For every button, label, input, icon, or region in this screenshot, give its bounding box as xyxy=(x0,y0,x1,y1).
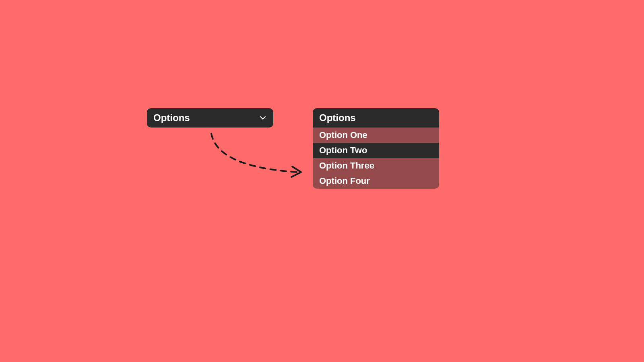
dropdown-option[interactable]: Option Four xyxy=(313,173,439,189)
dropdown-closed[interactable]: Options xyxy=(147,108,273,128)
dropdown-option[interactable]: Option Two xyxy=(313,143,439,158)
dropdown-open-header[interactable]: Options xyxy=(313,108,439,128)
dropdown-option[interactable]: Option One xyxy=(313,128,439,143)
dropdown-option[interactable]: Option Three xyxy=(313,158,439,173)
dropdown-options-list: Option One Option Two Option Three Optio… xyxy=(313,128,439,189)
dropdown-closed-label: Options xyxy=(153,112,190,123)
chevron-down-icon xyxy=(260,115,266,121)
dropdown-open-label: Options xyxy=(319,112,356,123)
dropdown-open: Options Option One Option Two Option Thr… xyxy=(313,108,439,189)
transition-arrow xyxy=(201,129,306,181)
